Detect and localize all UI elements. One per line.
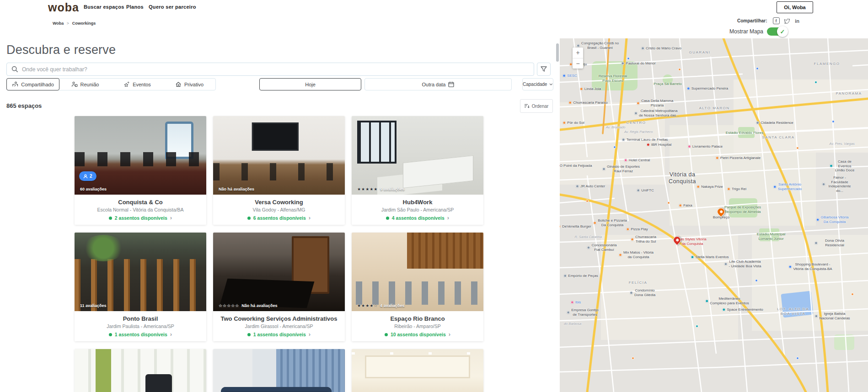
filter-date-hoje[interactable]: Hoje — [259, 78, 361, 90]
filter-label: Outra data — [422, 82, 446, 87]
map-zoom-control: + − — [573, 48, 583, 69]
space-photo: ★★★★★ 9 avaliações — [352, 116, 483, 195]
breadcrumb-woba[interactable]: Woba — [53, 21, 64, 26]
space-photo: ☆☆☆☆☆ Não há avaliações — [213, 233, 345, 311]
share-label: Compartilhar: — [737, 18, 767, 23]
poi-dot-icon — [832, 120, 835, 123]
poi-dot-icon — [678, 68, 681, 71]
breadcrumb-coworkings[interactable]: Coworkings — [72, 21, 96, 26]
nav-buscar-espacos[interactable]: Buscar espaços — [84, 4, 124, 10]
space-info: Two Coworking Serviços Administrativos J… — [213, 311, 345, 341]
woba-logo[interactable]: woba — [48, 1, 79, 14]
poi-dot-icon — [796, 357, 799, 360]
space-card[interactable]: 11 avaliações Ponto Brasil Jardim Paulis… — [75, 233, 206, 341]
search-input[interactable] — [22, 66, 529, 73]
rating-text: Não há avaliações — [219, 187, 254, 191]
map-canvas[interactable]: Congregação Cristã no Brasil - GuaraniCr… — [560, 38, 868, 392]
space-card[interactable] — [352, 349, 483, 392]
space-info: Conquista & Co Escola Normal - Vitória d… — [75, 195, 206, 225]
space-photo — [352, 349, 483, 392]
seats-available-link[interactable]: 1 assentos disponíveis › — [213, 332, 345, 337]
filter-label: Hoje — [305, 82, 316, 87]
space-name: Two Coworking Serviços Administrativos — [213, 315, 345, 322]
occupancy-badge: 2 — [79, 171, 96, 181]
space-info: Ponto Brasil Jardim Paulista - Americana… — [75, 311, 206, 341]
twitter-icon[interactable] — [783, 17, 790, 24]
space-location: Jardim São Paulo - Americana/SP — [352, 207, 483, 212]
space-photo: Não há avaliações — [213, 116, 345, 195]
space-card[interactable] — [213, 349, 345, 392]
linkedin-icon[interactable]: in — [794, 17, 801, 24]
filter-eventos[interactable]: Eventos — [111, 79, 163, 90]
space-photo: 2 60 avaliações — [75, 116, 206, 195]
poi-dot-icon — [814, 81, 817, 84]
seats-text: 6 assentos disponíveis — [253, 215, 306, 221]
rating-text: 9 avaliações — [380, 187, 404, 191]
seats-text: 2 assentos disponíveis — [115, 215, 167, 221]
poi-dot-icon — [613, 146, 616, 148]
nav-planos[interactable]: Planos — [126, 4, 144, 10]
seats-available-link[interactable]: 10 assentos disponíveis › — [352, 332, 483, 337]
breadcrumb: Woba > Coworkings — [53, 21, 96, 26]
zoom-out-button[interactable]: − — [573, 58, 583, 69]
seats-available-link[interactable]: 2 assentos disponíveis › — [75, 215, 206, 221]
map-toggle-label: Mostrar Mapa — [729, 28, 763, 35]
rating-stars: ★★★★★ — [357, 187, 378, 191]
house-icon — [175, 81, 182, 87]
star-sparkle-icon — [123, 81, 130, 87]
facebook-icon[interactable]: f — [773, 17, 780, 24]
space-type-filter-group: Compartilhado Reunião Eventos Privativo — [6, 78, 216, 90]
chevron-right-icon: › — [170, 332, 172, 337]
space-card[interactable]: ★★★★★ 9 avaliações Hub4Work Jardim São P… — [352, 116, 483, 225]
space-name: Conquista & Co — [75, 199, 206, 206]
seats-available-link[interactable]: 6 assentos disponíveis › — [213, 215, 345, 221]
page-title: Descubra e reserve — [6, 43, 116, 57]
availability-dot — [247, 333, 251, 336]
seats-available-link[interactable]: 4 assentos disponíveis › — [352, 215, 483, 221]
share-row: Compartilhar: f in — [737, 17, 801, 24]
poi-dot-icon — [627, 57, 630, 60]
filter-reuniao[interactable]: Reunião — [59, 79, 111, 90]
rating-overlay: 60 avaliações — [80, 187, 107, 191]
space-location: Jardim Paulista - Americana/SP — [75, 323, 206, 329]
poi-dot-icon — [851, 293, 854, 296]
rating-overlay: ★★★★★ 9 avaliações — [357, 187, 404, 191]
chevron-right-icon: › — [170, 216, 172, 220]
rating-stars: ☆☆☆☆☆ — [219, 303, 239, 308]
space-card[interactable] — [75, 349, 206, 392]
space-info: Versa Coworking Vila Godoy - Alfenas/MG … — [213, 195, 345, 225]
space-card[interactable]: Não há avaliações Versa Coworking Vila G… — [213, 116, 345, 225]
results-count: 865 espaços — [6, 102, 42, 109]
space-location: Jardim Girassol - Americana/SP — [213, 323, 345, 329]
filter-date-outra-data[interactable]: Outra data — [364, 78, 512, 90]
rating-stars: ★★★★☆ — [357, 303, 378, 308]
search-box — [6, 63, 534, 76]
map-toggle-switch[interactable]: ✓ — [767, 27, 786, 36]
availability-dot — [247, 217, 251, 220]
map-roads-layer — [560, 38, 868, 392]
seats-available-link[interactable]: 1 assentos disponíveis › — [75, 332, 206, 337]
filter-compartilhado[interactable]: Compartilhado — [6, 78, 59, 90]
poi-dot-icon — [586, 200, 589, 202]
filter-capacidade[interactable]: Capacidade — [522, 78, 553, 90]
space-card[interactable]: ★★★★☆ 4 avaliações Espaço Rio Branco Rib… — [352, 233, 483, 341]
rating-overlay: ☆☆☆☆☆ Não há avaliações — [219, 303, 277, 308]
filter-button[interactable] — [537, 63, 551, 76]
availability-dot — [109, 333, 112, 336]
space-card[interactable]: 2 60 avaliações Conquista & Co Escola No… — [75, 116, 206, 225]
rating-overlay: Não há avaliações — [219, 187, 254, 191]
filter-privativo[interactable]: Privativo — [163, 79, 215, 90]
desk-person-icon — [12, 81, 18, 87]
user-greeting-button[interactable]: Oi, Woba — [777, 1, 813, 13]
space-info: Hub4Work Jardim São Paulo - Americana/SP… — [352, 195, 483, 225]
people-icon — [71, 81, 78, 87]
space-info: Espaço Rio Branco Ribeirão - Amparo/SP 1… — [352, 311, 483, 341]
list-scrollbar-thumb[interactable] — [556, 43, 559, 62]
rating-text: Não há avaliações — [241, 303, 277, 308]
zoom-in-button[interactable]: + — [573, 48, 583, 58]
sort-button[interactable]: Ordenar — [520, 99, 553, 113]
space-card[interactable]: ☆☆☆☆☆ Não há avaliações Two Coworking Se… — [213, 233, 345, 341]
space-photo — [213, 349, 345, 392]
poi-dot-icon — [696, 325, 698, 328]
nav-quero-ser-parceiro[interactable]: Quero ser parceiro — [149, 4, 196, 10]
